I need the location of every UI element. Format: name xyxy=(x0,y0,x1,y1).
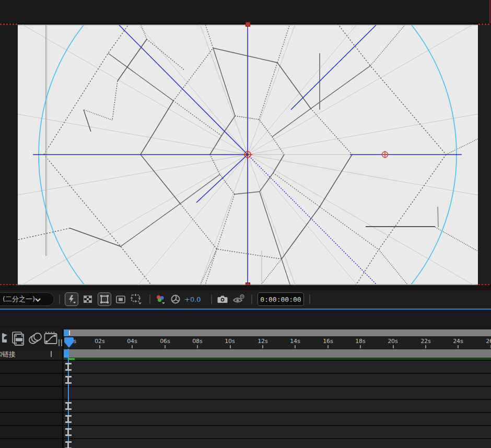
viewer-pasteboard-left xyxy=(0,25,18,285)
channel-settings-button[interactable] xyxy=(154,292,167,306)
frame-blending-toggle[interactable] xyxy=(11,331,25,346)
show-snapshot-button[interactable] xyxy=(232,292,245,306)
ruler-label: 16s xyxy=(321,338,335,345)
transparency-grid-button[interactable] xyxy=(81,292,95,306)
region-of-interest-button[interactable] xyxy=(114,292,127,306)
ruler-label: 22s xyxy=(418,338,433,345)
layer-handle-top[interactable] xyxy=(245,22,250,27)
ruler-label: 24s xyxy=(451,338,465,345)
layer-row-left[interactable] xyxy=(0,374,62,386)
snapshot-camera-button[interactable] xyxy=(216,292,229,306)
layer-row-left[interactable] xyxy=(0,439,62,448)
ruler-label: 10s xyxy=(223,338,237,345)
ruler-label: 12s xyxy=(255,338,270,345)
panel-edge-sliver xyxy=(489,0,490,23)
time-ruler[interactable]: 0s 02s 04s 06s 08s 10s 12s 14s 16s 18s 2… xyxy=(64,337,491,348)
layer-row-left[interactable] xyxy=(0,387,62,399)
layer-duration-bar[interactable] xyxy=(65,376,72,384)
fast-previews-icon xyxy=(67,294,76,304)
navigator-start-handle[interactable] xyxy=(64,329,68,336)
effect-point-icon xyxy=(381,151,389,158)
timecode-value: 0:00:00:00 xyxy=(260,296,301,303)
guide-options-icon xyxy=(131,294,142,304)
layer-duration-bar[interactable] xyxy=(65,415,72,423)
layer-track[interactable] xyxy=(64,361,491,373)
ruler-label: 02s xyxy=(92,338,107,345)
reset-exposure-icon xyxy=(171,294,180,304)
layer-bounds-dash-top-right xyxy=(478,23,491,25)
viewer-toolbar: (二分之一) xyxy=(0,290,491,309)
motion-blur-toggle[interactable] xyxy=(28,332,43,345)
ruler-label: 14s xyxy=(288,338,302,345)
layer-row-left[interactable] xyxy=(0,400,62,412)
ruler-label: 20s xyxy=(385,338,400,345)
parent-link-column-label[interactable]: 和链接 xyxy=(0,350,16,359)
viewer-pasteboard-right xyxy=(478,25,491,285)
fast-previews-button[interactable] xyxy=(65,292,78,306)
ruler-label: 04s xyxy=(125,338,139,345)
snapshot-camera-icon xyxy=(217,295,228,303)
layer-duration-bar[interactable] xyxy=(65,441,72,448)
layer-duration-bar[interactable] xyxy=(65,363,72,371)
mask-visibility-icon xyxy=(100,294,109,304)
layer-row-left[interactable] xyxy=(0,413,62,425)
layer-row-left[interactable] xyxy=(0,361,62,373)
layer-track[interactable] xyxy=(64,400,491,412)
toolbar-separator xyxy=(59,294,60,304)
layer-bounds-dash-top-left xyxy=(0,23,18,25)
viewer-footer-gap xyxy=(0,285,491,290)
graph-editor-toggle[interactable] xyxy=(44,332,58,345)
transparency-grid-icon xyxy=(84,296,92,303)
current-time-field[interactable]: 0:00:00:00 xyxy=(258,292,304,306)
ruler-label: 26s xyxy=(484,338,491,345)
channel-settings-icon xyxy=(155,294,166,304)
toolbar-separator xyxy=(149,294,150,304)
time-navigator[interactable] xyxy=(64,329,491,336)
toolbar-separator xyxy=(251,294,252,304)
layer-row-left[interactable] xyxy=(0,426,62,438)
top-panel-area xyxy=(0,0,491,23)
motion-blur-icon xyxy=(28,332,43,345)
layer-track[interactable] xyxy=(64,374,491,386)
region-of-interest-icon xyxy=(116,296,125,303)
playhead-icon[interactable] xyxy=(64,337,74,349)
show-snapshot-icon xyxy=(233,294,244,304)
composition-canvas[interactable] xyxy=(18,25,478,285)
toolbar-separator xyxy=(309,294,310,304)
frame-blending-icon xyxy=(11,331,25,346)
layer-rows xyxy=(0,360,491,448)
ruler-start-bracket xyxy=(59,339,60,346)
navigator-current-time-tick xyxy=(69,331,70,335)
timeline-top-gap xyxy=(0,310,491,329)
layer-duration-bar[interactable] xyxy=(65,428,72,436)
ruler-label: 18s xyxy=(353,338,368,345)
timeline-panel: 0s 02s 04s 06s 08s 10s 12s 14s 16s 18s 2… xyxy=(0,329,491,448)
column-resize-divider[interactable] xyxy=(51,351,52,357)
layer-track[interactable] xyxy=(64,439,491,448)
work-area-bar[interactable] xyxy=(64,349,491,358)
layer-track[interactable] xyxy=(64,387,491,399)
after-effects-window: (二分之一) xyxy=(0,0,491,448)
magnification-value: (二分之一) xyxy=(3,294,35,304)
ruler-label: 06s xyxy=(158,338,172,345)
magnification-dropdown[interactable]: (二分之一) xyxy=(0,292,54,306)
layer-duration-bar[interactable] xyxy=(65,402,72,410)
toolbar-separator xyxy=(211,294,212,304)
layer-track[interactable] xyxy=(64,413,491,425)
clipped-tool-icon[interactable] xyxy=(0,332,8,345)
exposure-value[interactable]: +0.0 xyxy=(184,296,201,303)
wireframe-pattern xyxy=(18,25,478,285)
graph-editor-icon xyxy=(44,332,58,345)
chevron-down-icon xyxy=(35,298,41,302)
layer-track[interactable] xyxy=(64,426,491,438)
guide-options-button[interactable] xyxy=(130,292,143,306)
reset-exposure-button[interactable] xyxy=(169,292,182,306)
ruler-label: 08s xyxy=(190,338,205,345)
mask-visibility-button[interactable] xyxy=(98,292,111,306)
